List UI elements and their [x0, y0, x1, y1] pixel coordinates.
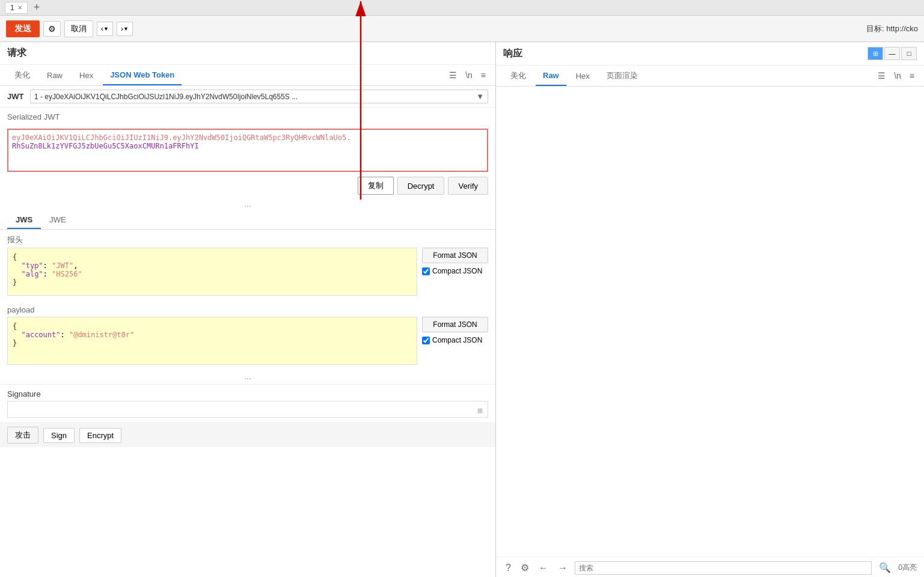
attack-button[interactable]: 攻击: [7, 427, 38, 444]
jwt-encoded-part1: eyJ0eXAiOiJKV1QiLCJhbGciOiJIUzI1NiJ9.eyJ…: [12, 133, 351, 142]
nav-back-button[interactable]: ‹ ▼: [97, 22, 113, 36]
dropdown-arrow-icon: ▼: [103, 26, 109, 32]
dots-separator-2: ···: [0, 372, 495, 384]
header-actions: Format JSON Compact JSON: [422, 248, 488, 296]
format-json-1-button[interactable]: Format JSON: [422, 248, 488, 263]
nav-forward-button[interactable]: › ▼: [117, 22, 133, 36]
header-line-2: "typ": "JWT",: [13, 261, 412, 270]
tab-raw-response[interactable]: Raw: [536, 66, 566, 86]
serialized-label: Serialized JWT: [7, 112, 488, 121]
payload-section: payload { "account": "@dministr@t0r" } F…: [0, 303, 495, 372]
payload-code-box[interactable]: { "account": "@dministr@t0r" }: [7, 317, 417, 365]
view-split-button[interactable]: ⊞: [867, 47, 883, 60]
signature-label: Signature: [7, 389, 488, 398]
dots-separator-1: ···: [0, 200, 495, 212]
encrypt-button[interactable]: Encrypt: [79, 428, 121, 443]
action-row: 复制 Decrypt Verify: [0, 174, 495, 200]
request-panel: 请求 美化 Raw Hex JSON Web Token ☰ \n ≡ JWT …: [0, 42, 496, 577]
request-tab-bar: 美化 Raw Hex JSON Web Token ☰ \n ≡: [0, 65, 495, 86]
view-horizontal-button[interactable]: —: [884, 47, 900, 60]
newline-icon[interactable]: \n: [463, 69, 475, 81]
menu-icon[interactable]: ≡: [479, 69, 488, 81]
back-icon[interactable]: ←: [536, 560, 551, 576]
response-newline-icon[interactable]: \n: [892, 70, 904, 82]
payload-line-2: "account": "@dministr@t0r": [13, 331, 412, 339]
payload-line-1: {: [13, 322, 412, 331]
settings-right-icon[interactable]: ⚙: [518, 560, 531, 576]
right-toolbar: ? ⚙ ← → 🔍 0高亮: [496, 557, 924, 577]
signature-input-area[interactable]: ⊞: [7, 401, 488, 418]
jwt-label: JWT: [7, 92, 25, 101]
signature-section: Signature ⊞: [0, 384, 495, 423]
response-tab-icons: ☰ \n ≡: [875, 70, 917, 82]
main-layout: 请求 美化 Raw Hex JSON Web Token ☰ \n ≡ JWT …: [0, 42, 924, 577]
tab-number: 1: [10, 4, 14, 12]
compact-json-1-row: Compact JSON: [422, 267, 488, 275]
tab-add[interactable]: +: [30, 1, 44, 14]
serialized-section: Serialized JWT <span class="jwt-part1">e…: [0, 108, 495, 129]
response-panel: 响应 ⊞ — □ 美化 Raw Hex 页面渲染 ☰ \n ≡ ? ⚙ ←: [496, 42, 924, 577]
search-icon[interactable]: 🔍: [877, 560, 893, 576]
serialized-display[interactable]: eyJ0eXAiOiJKV1QiLCJhbGciOiJIUzI1NiJ9.eyJ…: [7, 129, 488, 172]
compact-json-2-label: Compact JSON: [432, 336, 482, 344]
payload-actions: Format JSON Compact JSON: [422, 317, 488, 365]
jwt-dropdown[interactable]: 1 - eyJ0eXAiOiJKV1QiLCJhbGciOiJSUzI1NiJ9…: [30, 90, 488, 103]
response-header: 响应 ⊞ — □: [496, 42, 924, 66]
main-toolbar: 发送 ⚙ 取消 ‹ ▼ › ▼ 目标: http://cko: [0, 16, 924, 42]
header-label: 报头: [7, 234, 488, 245]
settings-button[interactable]: ⚙: [43, 21, 61, 37]
target-label: 目标: http://cko: [866, 23, 918, 34]
send-button[interactable]: 发送: [6, 20, 40, 37]
header-line-4: }: [13, 278, 412, 287]
header-line-3: "alg": "HS256": [13, 270, 412, 278]
compact-json-2-checkbox[interactable]: [422, 337, 430, 344]
bottom-bar: 攻击 Sign Encrypt: [0, 423, 495, 447]
payload-label: payload: [7, 305, 488, 314]
tab-beautify-response[interactable]: 美化: [503, 66, 533, 86]
highlight-count: 0高亮: [898, 563, 917, 573]
signature-icon: ⊞: [477, 407, 483, 415]
verify-button[interactable]: Verify: [448, 177, 488, 195]
response-tab-bar: 美化 Raw Hex 页面渲染 ☰ \n ≡: [496, 66, 924, 87]
tab-jwe[interactable]: JWE: [41, 212, 74, 229]
tab-icons: ☰ \n ≡: [447, 69, 488, 81]
tab-jwt[interactable]: JSON Web Token: [103, 66, 182, 85]
forward-icon[interactable]: →: [555, 560, 570, 576]
view-single-button[interactable]: □: [901, 47, 917, 60]
decrypt-button[interactable]: Decrypt: [397, 177, 445, 195]
sign-button[interactable]: Sign: [43, 428, 75, 443]
response-list-icon[interactable]: ☰: [875, 70, 888, 82]
jwt-row: JWT 1 - eyJ0eXAiOiJKV1QiLCJhbGciOiJSUzI1…: [0, 86, 495, 108]
copy-button[interactable]: 复制: [358, 177, 394, 195]
request-title: 请求: [0, 42, 495, 65]
response-title: 响应: [503, 47, 522, 60]
compact-json-2-row: Compact JSON: [422, 336, 488, 344]
list-icon[interactable]: ☰: [447, 69, 459, 81]
view-toggle: ⊞ — □: [867, 47, 917, 60]
response-content: [496, 87, 924, 557]
inner-tabs: JWS JWE: [0, 212, 495, 230]
cancel-button[interactable]: 取消: [64, 20, 93, 37]
tab-hex[interactable]: Hex: [72, 66, 100, 85]
tab-render-response[interactable]: 页面渲染: [599, 66, 645, 86]
format-json-2-button[interactable]: Format JSON: [422, 317, 488, 332]
jwt-value: 1 - eyJ0eXAiOiJKV1QiLCJhbGciOiJSUzI1NiJ9…: [34, 93, 476, 101]
help-icon[interactable]: ?: [503, 560, 513, 576]
tab-hex-response[interactable]: Hex: [569, 67, 597, 85]
response-menu-icon[interactable]: ≡: [907, 70, 917, 82]
compact-json-1-label: Compact JSON: [432, 267, 482, 275]
header-code-area: { "typ": "JWT", "alg": "HS256" } Format …: [7, 248, 488, 296]
payload-code-area: { "account": "@dministr@t0r" } Format JS…: [7, 317, 488, 365]
tab-close[interactable]: ×: [18, 4, 22, 12]
search-input[interactable]: [575, 561, 872, 575]
compact-json-1-checkbox[interactable]: [422, 267, 430, 275]
tab-beautify[interactable]: 美化: [7, 65, 37, 85]
header-code-box[interactable]: { "typ": "JWT", "alg": "HS256" }: [7, 248, 417, 296]
tab-raw[interactable]: Raw: [40, 66, 70, 85]
header-section: 报头 { "typ": "JWT", "alg": "HS256" } Form…: [0, 230, 495, 303]
dropdown-arrow-icon: ▼: [123, 26, 129, 32]
payload-line-3: }: [13, 339, 412, 347]
jwt-encoded-part2: RhSuZn8Lk1zYVFGJ5zbUeGu5C5XaoxCMURn1aFRF…: [12, 142, 199, 150]
dropdown-chevron-icon: ▼: [476, 92, 484, 101]
tab-jws[interactable]: JWS: [7, 212, 41, 229]
